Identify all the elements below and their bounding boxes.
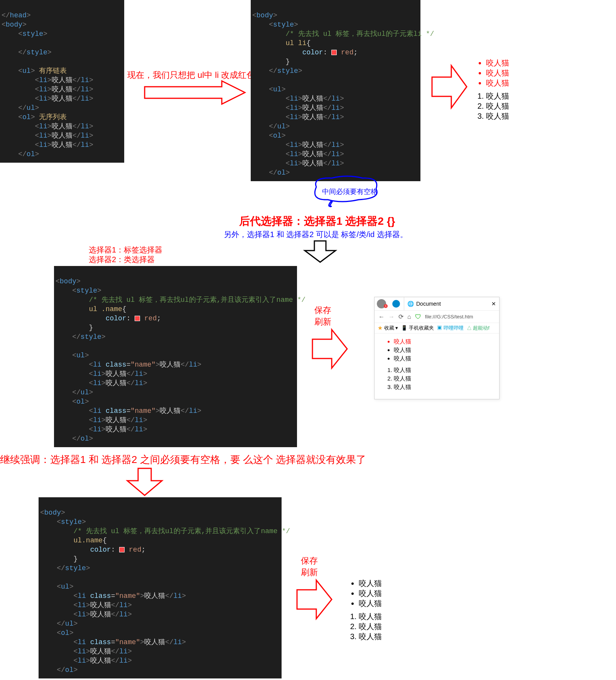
list-item: 咬人猫 <box>359 621 382 631</box>
list-item: 咬人猫 <box>359 588 382 598</box>
globe-icon: 🌐 <box>407 301 414 307</box>
list-item: 咬人猫 <box>394 346 499 354</box>
list-item: 咬人猫 <box>359 598 382 608</box>
svg-marker-3 <box>312 330 347 368</box>
back-icon[interactable]: ← <box>378 313 385 320</box>
code-block-1: </head> <body> <style> </style> <ul> 有序链… <box>0 0 124 163</box>
list-item: 咬人猫 <box>486 91 509 101</box>
list-item: 咬人猫 <box>359 631 382 641</box>
reload-icon[interactable]: ⟳ <box>398 313 403 320</box>
browser-tabbar: 1 🌐 Document ✕ <box>375 297 499 310</box>
bookmark-fav[interactable]: ★ 收藏 ▾ <box>378 325 398 332</box>
refresh-label-2: 刷新 <box>301 567 318 578</box>
url-bar[interactable]: file:///G:/CSS/test.htm <box>425 314 495 320</box>
title-descendant-selector: 后代选择器：选择器1 选择器2 {} <box>239 214 395 229</box>
save-label: 保存 <box>314 305 331 316</box>
code-block-4: <body> <style> /* 先去找 ul 标签，再去找ul的子元素,并且… <box>39 497 282 678</box>
forward-icon[interactable]: → <box>388 313 395 320</box>
code-block-2: <body> <style> /* 先去找 ul 标签，再去找ul的子元素li … <box>251 0 420 181</box>
tab-title: Document <box>416 301 441 307</box>
code-block-3: <body> <style> /* 先去找 ul 标签，再去找ul的子元素,并且… <box>54 266 297 447</box>
subtitle-note: 另外，选择器1 和 选择器2 可以是 标签/类/id 选择器。 <box>224 229 408 240</box>
bubble-text: 中间必须要有空格 <box>322 187 378 196</box>
list-item: 咬人猫 <box>394 337 499 346</box>
list-item: 咬人猫 <box>486 68 509 78</box>
telegram-icon[interactable] <box>392 300 400 308</box>
svg-marker-4 <box>127 468 162 495</box>
bookmark-cn[interactable]: △ 超能动f <box>467 325 489 332</box>
svg-marker-2 <box>305 241 336 262</box>
browser-nav: ← → ⟳ ⌂ 🛡 file:///G:/CSS/test.htm <box>375 310 499 323</box>
svg-marker-0 <box>145 81 245 104</box>
render-result-2: 咬人猫 咬人猫 咬人猫 咬人猫 咬人猫 咬人猫 <box>375 333 499 399</box>
arrow-down-1 <box>305 241 336 262</box>
render-result-3: 咬人猫 咬人猫 咬人猫 咬人猫 咬人猫 咬人猫 <box>339 578 382 641</box>
save-label-2: 保存 <box>301 555 318 567</box>
notification-badge: 1 <box>384 304 388 308</box>
arrow-right-2 <box>432 66 467 108</box>
arrow-down-2 <box>127 468 162 495</box>
bookmark-bar: ★ 收藏 ▾ 📱 手机收藏夹 ▣ 哔哩哔哩 △ 超能动f <box>375 323 499 333</box>
close-icon[interactable]: ✕ <box>491 301 496 307</box>
list-item: 咬人猫 <box>394 354 499 363</box>
list-item: 咬人猫 <box>486 101 509 111</box>
list-item: 咬人猫 <box>486 58 509 68</box>
list-item: 咬人猫 <box>486 111 509 121</box>
bookmark-bili[interactable]: ▣ 哔哩哔哩 <box>437 325 464 332</box>
list-item: 咬人猫 <box>359 611 382 621</box>
list-item: 咬人猫 <box>359 578 382 588</box>
render-result-1: 咬人猫 咬人猫 咬人猫 咬人猫 咬人猫 咬人猫 <box>467 58 509 121</box>
annotation-change-red: 现在，我们只想把 ul中 li 改成红色。 <box>127 69 263 81</box>
note-selector1: 选择器1：标签选择器 <box>89 245 162 255</box>
list-item: 咬人猫 <box>394 366 499 374</box>
svg-marker-1 <box>432 66 467 108</box>
arrow-right-4 <box>297 580 332 619</box>
refresh-label: 刷新 <box>314 316 331 328</box>
bookmark-mobile[interactable]: 📱 手机收藏夹 <box>401 325 434 332</box>
list-item: 咬人猫 <box>394 374 499 383</box>
list-item: 咬人猫 <box>486 78 509 88</box>
emphasis-line: 继续强调：选择器1 和 选择器2 之间必须要有空格，要 么这个 选择器就没有效果… <box>0 453 366 466</box>
home-icon[interactable]: ⌂ <box>407 313 411 320</box>
browser-window: 1 🌐 Document ✕ ← → ⟳ ⌂ 🛡 file:///G:/CSS/… <box>374 297 500 399</box>
shield-icon: 🛡 <box>415 313 421 320</box>
note-selector2: 选择器2：类选择器 <box>89 254 155 265</box>
list-item: 咬人猫 <box>394 383 499 391</box>
svg-marker-5 <box>297 580 332 619</box>
arrow-right-1 <box>145 81 247 104</box>
arrow-right-3 <box>312 330 347 368</box>
browser-tab[interactable]: 🌐 Document ✕ <box>404 297 499 310</box>
